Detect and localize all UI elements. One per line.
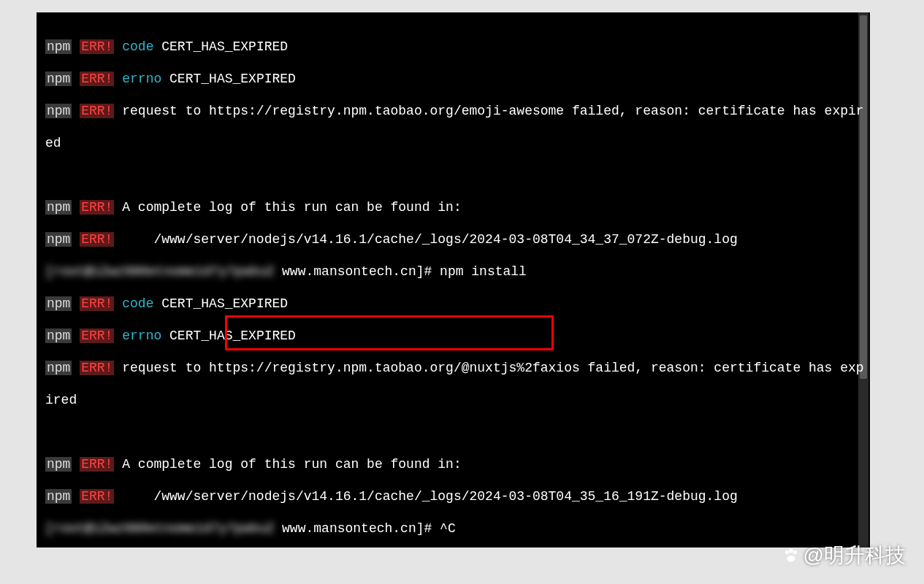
- err-label: ERR!: [80, 232, 114, 247]
- prompt-cmd-2: www.mansontech.cn]# ^C: [274, 521, 455, 536]
- err-label: ERR!: [80, 200, 114, 215]
- err-label: ERR!: [80, 361, 114, 375]
- log-path-1: /www/server/nodejs/v14.16.1/cache/_logs/…: [114, 232, 737, 247]
- svg-point-0: [784, 550, 788, 554]
- watermark-text: @明升科技: [803, 542, 906, 569]
- prompt-blurred-2: [root@iZwz980etnome1d7y7pabuZ: [45, 521, 274, 536]
- err-label: ERR!: [80, 296, 114, 311]
- npm-label: npm: [45, 39, 72, 54]
- err-label: ERR!: [80, 328, 114, 343]
- svg-point-1: [789, 549, 793, 553]
- paw-icon: [782, 546, 801, 565]
- err-label: ERR!: [80, 72, 114, 86]
- npm-label: npm: [45, 104, 72, 118]
- errno-val: CERT_HAS_EXPIRED: [161, 72, 296, 86]
- err-code-val: CERT_HAS_EXPIRED: [153, 39, 288, 54]
- err-label: ERR!: [80, 457, 114, 472]
- prompt-cmd-1: www.mansontech.cn]# npm install: [274, 264, 527, 279]
- err-code-key: code: [122, 39, 153, 54]
- npm-label: npm: [45, 200, 72, 215]
- log-msg-2: A complete log of this run can be found …: [114, 457, 461, 472]
- log-msg-1: A complete log of this run can be found …: [114, 200, 461, 215]
- err-label: ERR!: [80, 104, 114, 118]
- svg-point-3: [787, 556, 795, 562]
- err-code-key-2: code: [122, 296, 153, 311]
- npm-label: npm: [45, 457, 72, 472]
- err-label: ERR!: [80, 39, 114, 54]
- log-path-2: /www/server/nodejs/v14.16.1/cache/_logs/…: [114, 489, 737, 504]
- request-error-2: request to https://registry.npm.taobao.o…: [114, 361, 863, 375]
- terminal-window[interactable]: npm ERR! code CERT_HAS_EXPIRED npm ERR! …: [37, 12, 870, 548]
- err-code-val-2: CERT_HAS_EXPIRED: [153, 296, 288, 311]
- svg-point-2: [793, 550, 796, 554]
- request-error-2-cont: ired: [45, 392, 870, 408]
- err-label: ERR!: [80, 489, 114, 504]
- errno-key: errno: [122, 72, 161, 86]
- npm-label: npm: [45, 232, 72, 247]
- npm-label: npm: [45, 72, 72, 86]
- request-error-1-cont: ed: [45, 135, 870, 151]
- errno-val-2: CERT_HAS_EXPIRED: [161, 328, 296, 343]
- prompt-blurred-1: [root@iZwz980etnome1d7y7pabuZ: [45, 264, 274, 279]
- request-error-1: request to https://registry.npm.taobao.o…: [114, 104, 863, 118]
- npm-label: npm: [45, 361, 72, 375]
- npm-label: npm: [45, 328, 72, 343]
- errno-key-2: errno: [122, 328, 161, 343]
- terminal-output: npm ERR! code CERT_HAS_EXPIRED npm ERR! …: [37, 12, 870, 548]
- npm-label: npm: [45, 489, 72, 504]
- npm-label: npm: [45, 296, 72, 311]
- watermark: @明升科技: [782, 542, 906, 569]
